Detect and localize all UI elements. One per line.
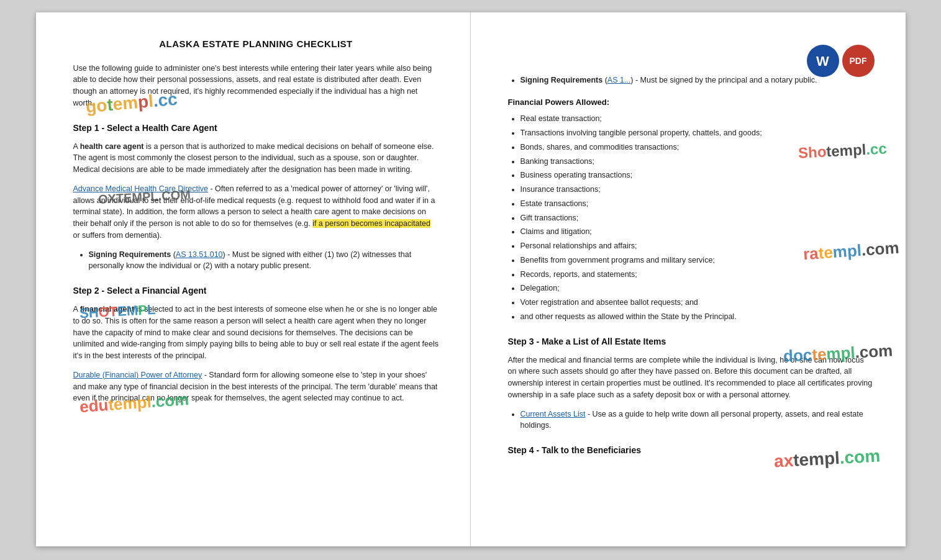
signing-req-label: Signing Requirements	[89, 250, 171, 259]
step4-heading: Step 4 - Talk to the Beneficiaries	[508, 444, 875, 457]
step2-durable-text: Durable (Financial) Power of Attorney - …	[73, 369, 439, 404]
durable-poa-link[interactable]: Durable (Financial) Power of Attorney	[73, 371, 202, 379]
right-page: W PDF Shotempl.cc ratempl.com doctempl.c…	[471, 12, 906, 546]
fp-item-7: Gift transactions;	[521, 212, 875, 224]
step1-signing-item: Signing Requirements (AS 13.51.010) - Mu…	[89, 249, 439, 273]
fp-item-4: Business operating transactions;	[521, 169, 875, 181]
document-title: ALASKA ESTATE PLANNING CHECKLIST	[73, 37, 439, 52]
word-badge[interactable]: W	[807, 45, 839, 77]
intro-paragraph: Use the following guide to administer on…	[73, 63, 439, 109]
financial-agent-term: financial agent	[80, 305, 135, 314]
highlight-incapacitated: if a person becomes incapacitated	[312, 219, 430, 228]
as-13-link[interactable]: AS 13.51.010	[176, 250, 223, 259]
financial-powers-title: Financial Powers Allowed:	[508, 96, 875, 109]
step1-directive-text: Advance Medical Health Care Directive - …	[73, 183, 439, 242]
fp-item-12: Delegation;	[521, 282, 875, 294]
step1-signing-list: Signing Requirements (AS 13.51.010) - Mu…	[89, 249, 439, 273]
step3-assets-list: Current Assets List - Use as a guide to …	[521, 409, 875, 432]
fp-item-13: Voter registration and absentee ballot r…	[521, 297, 875, 309]
fp-item-9: Personal relationships and affairs;	[521, 240, 875, 252]
fp-item-8: Claims and litigation;	[521, 226, 875, 238]
badge-container: W PDF	[807, 45, 875, 77]
step1-heading: Step 1 - Select a Health Care Agent	[73, 122, 439, 135]
step1-body1: A health care agent is a person that is …	[73, 141, 439, 176]
step2-body1: A financial agent is selected to act in …	[73, 304, 439, 362]
fp-item-0: Real estate transaction;	[521, 113, 875, 125]
right-as-link[interactable]: AS 1...	[607, 76, 631, 84]
financial-powers-list: Real estate transaction; Transactions in…	[521, 113, 875, 322]
step3-assets-item: Current Assets List - Use as a guide to …	[521, 409, 875, 432]
step2-heading: Step 2 - Select a Financial Agent	[73, 284, 439, 297]
left-page: gotempl.cc OXTEMPL.COM SHOTEMPL edutempl…	[36, 12, 471, 546]
fp-item-5: Insurance transactions;	[521, 184, 875, 196]
right-signing-label: Signing Requirements	[521, 76, 603, 84]
fp-item-11: Records, reports, and statements;	[521, 269, 875, 281]
fp-item-3: Banking transactions;	[521, 156, 875, 168]
word-badge-label: W	[816, 51, 829, 71]
fp-item-2: Bonds, shares, and commodities transacti…	[521, 142, 875, 153]
pdf-badge[interactable]: PDF	[842, 45, 875, 77]
pdf-badge-label: PDF	[850, 55, 867, 68]
fp-item-10: Benefits from government programs and mi…	[521, 255, 875, 266]
document-container: gotempl.cc OXTEMPL.COM SHOTEMPL edutempl…	[36, 12, 906, 546]
advance-directive-link[interactable]: Advance Medical Health Care Directive	[73, 184, 208, 193]
current-assets-link[interactable]: Current Assets List	[521, 410, 586, 418]
step3-heading: Step 3 - Make a List of All Estate Items	[508, 335, 875, 348]
health-care-agent-term: health care agent	[80, 142, 144, 151]
fp-item-6: Estate transactions;	[521, 198, 875, 210]
fp-item-1: Transactions involving tangible personal…	[521, 127, 875, 139]
fp-item-14: and other requests as allowed within the…	[521, 311, 875, 323]
step3-body: After the medical and financial terms ar…	[508, 355, 875, 401]
